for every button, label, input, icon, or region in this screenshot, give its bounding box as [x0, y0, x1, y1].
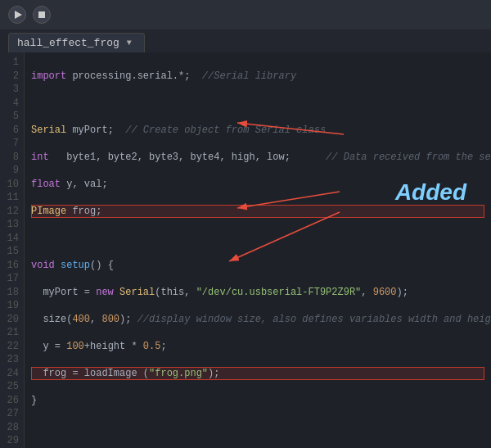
code-line-12: frog = loadImage ("frog.png");: [31, 367, 484, 381]
stop-icon: [38, 11, 45, 18]
code-editor[interactable]: import processing.serial.*; //Serial lib…: [25, 52, 491, 448]
code-line-2: [31, 97, 484, 111]
code-line-5: float y, val;: [31, 178, 484, 192]
code-line-14: [31, 421, 484, 435]
tabbar: hall_effect_frog ▼: [0, 29, 491, 52]
code-line-6: PImage frog;: [31, 205, 484, 219]
play-icon: [15, 11, 22, 19]
play-button[interactable]: [8, 6, 26, 24]
code-line-3: Serial myPort; // Create object from Ser…: [31, 124, 484, 138]
tab-hall-effect-frog[interactable]: hall_effect_frog ▼: [8, 33, 145, 52]
code-line-10: size(400, 800); //display window size, a…: [31, 313, 484, 327]
code-line-11: y = 100+height * 0.5;: [31, 340, 484, 354]
code-line-8: void setup() {: [31, 259, 484, 273]
toolbar: [0, 0, 491, 29]
tab-label: hall_effect_frog: [17, 37, 119, 49]
code-line-1: import processing.serial.*; //Serial lib…: [31, 70, 484, 84]
code-area: 12345 678910 1112131415 1617181920 21222…: [0, 52, 491, 448]
line-numbers: 12345 678910 1112131415 1617181920 21222…: [0, 52, 25, 448]
code-line-7: [31, 232, 484, 246]
code-line-9: myPort = new Serial(this, "/dev/cu.usbse…: [31, 286, 484, 300]
code-line-13: }: [31, 394, 484, 408]
code-line-4: int byte1, byte2, byte3, byte4, high, lo…: [31, 151, 484, 165]
chevron-down-icon: ▼: [124, 38, 134, 48]
stop-button[interactable]: [33, 6, 51, 24]
